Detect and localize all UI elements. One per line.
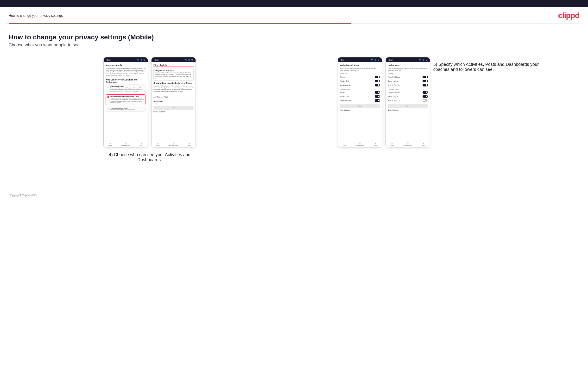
settings-icon-3[interactable]: ⚙ [378, 58, 380, 61]
nav-activities[interactable]: Activities and Posts › [153, 95, 194, 100]
tab-performance-2[interactable]: 📈 My Performance [169, 142, 178, 146]
radio-circle-everyone [107, 86, 109, 88]
toggle-manual-coaches[interactable]: Manual Activities [340, 83, 380, 87]
screenshot-pair-1: < Back 🔍 👤 ⚙ Privacy Controls Control ho… [104, 57, 196, 148]
tab-performance-3[interactable]: 📈 My Performance [355, 142, 364, 146]
tab-home-4[interactable]: ⌂ Home [390, 142, 394, 146]
breadcrumb: How to change your privacy settings [9, 14, 63, 17]
toggle-player-followers[interactable]: Player Dashboard [388, 90, 428, 94]
tab-performance[interactable]: 📈 My Performance [121, 142, 130, 146]
tab-home-3[interactable]: ⌂ Home [343, 142, 346, 146]
menu-icon-2: ≡ [189, 142, 190, 145]
toggle-manual-followers-switch[interactable] [375, 99, 380, 102]
tab-menu-4[interactable]: ≡ Menu [422, 142, 425, 146]
show-hide-title: Show or hide specific features in Clippd [153, 82, 194, 84]
chart-icon-4: 📈 [406, 142, 409, 145]
tooltip-box: Only You and Your Coach Only you and the… [153, 68, 194, 80]
phone-4-header: < Back 🔍 👤 ⚙ [386, 57, 430, 62]
radio-text-everyone: Everyone on Clippd Everyone on Clippd ca… [110, 86, 144, 92]
toggle-workOn-coaches[interactable]: What To Work On [388, 83, 428, 87]
followers-label-4: FOLLOWERS [388, 88, 428, 90]
profile-icon-2[interactable]: 👤 [188, 58, 190, 61]
search-icon-2[interactable]: 🔍 [184, 58, 187, 61]
phone-1-sub-heading: Who Can See Your Activities and Dashboar… [106, 79, 146, 83]
toggle-drills-followers-switch[interactable] [375, 95, 380, 98]
screenshot-group-2: < Back 🔍 👤 ⚙ Activities and Posts Select… [297, 57, 579, 152]
profile-icon-4[interactable]: 👤 [422, 58, 424, 61]
phone-3: < Back 🔍 👤 ⚙ Activities and Posts Select… [338, 57, 382, 148]
settings-icon[interactable]: ⚙ [143, 58, 146, 61]
tooltip-desc: Only you and the coaches you connect wit… [155, 72, 192, 79]
search-icon-3[interactable]: 🔍 [371, 58, 373, 61]
tab-performance-4[interactable]: 📈 My Performance [403, 142, 412, 146]
toggle-drills-coaches[interactable]: Practice Drills [340, 79, 380, 83]
toggle-player-coaches[interactable]: Player Dashboard [388, 75, 428, 79]
phone-2-back[interactable]: < Back [153, 59, 159, 61]
toggle-insights-coaches-switch[interactable] [423, 80, 428, 82]
save-button-2[interactable]: Save [153, 106, 194, 110]
save-button-3[interactable]: Save [340, 104, 380, 108]
toggle-insights-followers-switch[interactable] [423, 95, 428, 98]
right-group: < Back 🔍 👤 ⚙ Activities and Posts Select… [338, 57, 539, 152]
home-icon-3: ⌂ [344, 142, 345, 145]
toggle-drills-followers[interactable]: Practice Drills [340, 94, 380, 99]
toggle-rounds-followers[interactable]: Rounds [340, 90, 380, 94]
toggle-drills-coaches-switch[interactable] [375, 80, 380, 82]
toggle-workOn-followers[interactable]: What To Work On [388, 99, 428, 103]
help-support-2: Help & Support [153, 111, 194, 113]
chevron-right-icon-2: › [193, 101, 194, 103]
toggle-workOn-coaches-switch[interactable] [423, 84, 428, 86]
toggle-manual-coaches-switch[interactable] [375, 84, 380, 86]
chart-icon-3: 📈 [359, 142, 361, 145]
toggle-manual-followers[interactable]: Manual Activities [340, 99, 380, 103]
radio-text-approved: Only Approved Followers and Your Coach O… [110, 96, 144, 103]
nav-dashboards[interactable]: Dashboards › [153, 100, 194, 104]
radio-option-everyone[interactable]: Everyone on Clippd Everyone on Clippd ca… [106, 84, 146, 93]
coaches-label-4: COACHES [388, 73, 428, 75]
followers-label-3: FOLLOWERS [340, 88, 380, 90]
toggle-player-coaches-switch[interactable] [423, 76, 428, 78]
tab-home[interactable]: ⌂ Home [108, 142, 112, 146]
toggle-rounds-coaches-switch[interactable] [375, 76, 380, 78]
toggle-insights-coaches[interactable]: Round Insights [388, 79, 428, 83]
search-icon-4[interactable]: 🔍 [419, 58, 421, 61]
phone-3-section-desc: Select the types of activity that you'd … [340, 67, 380, 71]
header: How to change your privacy settings clip… [0, 7, 588, 23]
search-icon[interactable]: 🔍 [137, 58, 139, 61]
toggle-insights-followers[interactable]: Round Insights [388, 94, 428, 99]
tab-home-2[interactable]: ⌂ Home [156, 142, 159, 146]
toggle-workOn-followers-switch[interactable] [423, 99, 428, 102]
chevron-right-icon: › [193, 96, 194, 98]
show-hide-desc: Regardless of the privacy controls that … [153, 85, 194, 93]
profile-icon-3[interactable]: 👤 [374, 58, 377, 61]
toggle-player-followers-switch[interactable] [423, 91, 428, 94]
settings-icon-2[interactable]: ⚙ [191, 58, 194, 61]
phone-2-icons: 🔍 👤 ⚙ [184, 58, 194, 61]
phone-2: < Back 🔍 👤 ⚙ Privacy Controls [151, 57, 196, 148]
footer: Copyright Clippd 2022 [0, 186, 588, 204]
phone-3-header: < Back 🔍 👤 ⚙ [338, 57, 382, 62]
tab-menu-2[interactable]: ≡ Menu [188, 142, 191, 146]
settings-icon-4[interactable]: ⚙ [425, 58, 428, 61]
toggle-rounds-coaches[interactable]: Rounds [340, 75, 380, 79]
save-button-4[interactable]: Save [388, 104, 428, 108]
phone-1-header: < Back 🔍 👤 ⚙ [104, 57, 148, 62]
main-content: How to change your privacy settings (Mob… [0, 24, 588, 186]
phone-1-back[interactable]: < Back [106, 59, 111, 61]
tab-menu[interactable]: ≡ Menu [140, 142, 143, 146]
tab-menu-3[interactable]: ≡ Menu [374, 142, 377, 146]
toggle-rounds-followers-switch[interactable] [375, 91, 380, 94]
radio-option-only-you[interactable]: Only You and Your Coach Only you and the… [106, 106, 146, 112]
menu-icon-4: ≡ [423, 142, 424, 145]
logo: clippd [558, 11, 579, 20]
caption-1: 4) Choose who can see your Activities an… [106, 152, 193, 162]
phone-4-icons: 🔍 👤 ⚙ [419, 58, 428, 61]
profile-icon[interactable]: 👤 [140, 58, 142, 61]
phone-4-body: Dashboards Select the dashboards that yo… [386, 62, 430, 139]
radio-option-approved[interactable]: Only Approved Followers and Your Coach O… [106, 94, 146, 105]
radio-text-only-you: Only You and Your Coach Only you and the… [110, 107, 144, 110]
phone-4-back[interactable]: < Back [388, 59, 393, 61]
phone-2-tab-bar: ⌂ Home 📈 My Performance ≡ Menu [152, 141, 196, 147]
screenshot-pair-2: < Back 🔍 👤 ⚙ Activities and Posts Select… [338, 57, 430, 148]
phone-3-back[interactable]: < Back [340, 59, 345, 61]
